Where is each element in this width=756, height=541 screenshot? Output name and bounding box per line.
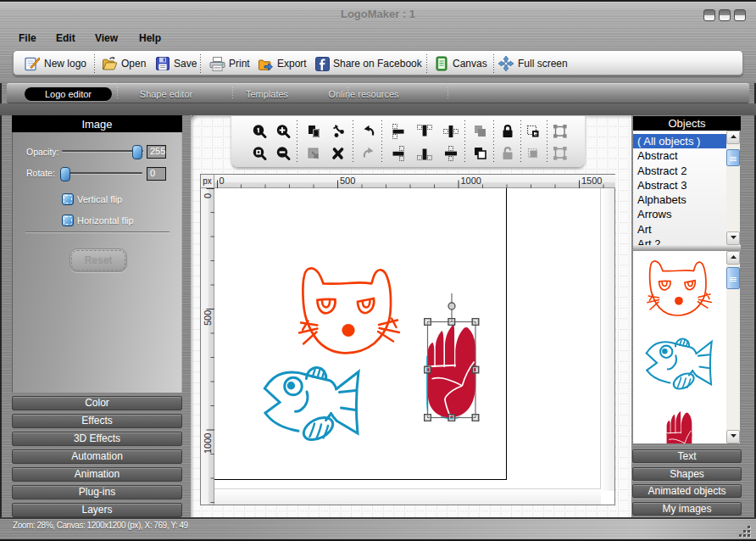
svg-text:1000: 1000 (461, 176, 481, 186)
svg-text:0: 0 (203, 193, 213, 198)
svg-text:500: 500 (203, 310, 213, 326)
svg-text:500: 500 (340, 176, 355, 186)
svg-text:0: 0 (220, 176, 225, 186)
svg-text:1000: 1000 (203, 433, 213, 454)
svg-text:1500: 1500 (581, 176, 602, 186)
